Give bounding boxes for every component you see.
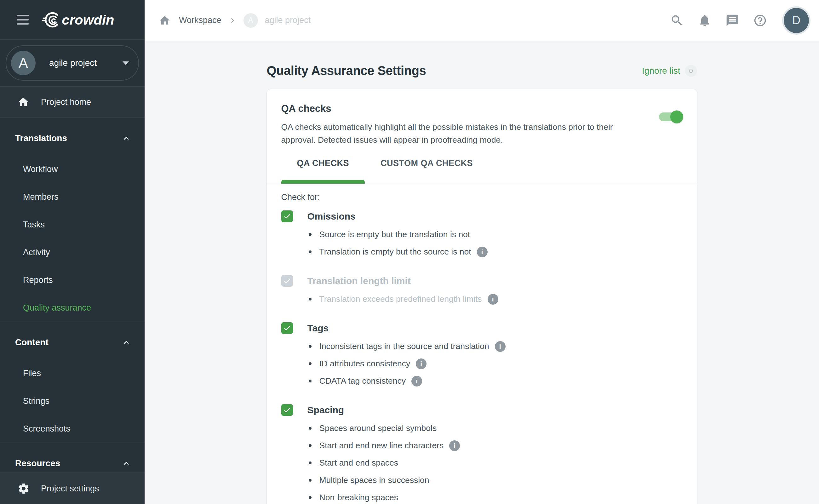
menu-icon[interactable] [17, 15, 29, 25]
info-icon[interactable]: i [488, 294, 498, 305]
gear-icon [17, 482, 30, 495]
tabs: QA CHECKSCUSTOM QA CHECKS [281, 152, 683, 184]
qa-checks-toggle[interactable] [659, 112, 683, 121]
breadcrumb-workspace[interactable]: Workspace [179, 15, 221, 25]
checkbox-spacing[interactable] [281, 404, 293, 416]
chevron-right-icon [228, 16, 237, 25]
notifications-icon[interactable] [697, 13, 712, 28]
info-icon[interactable]: i [416, 358, 427, 369]
qa-check-item: ID attributes consistencyi [319, 355, 683, 372]
qa-group-title: Translation length limit [307, 276, 411, 286]
qa-group-header: Spacing [281, 404, 683, 416]
ignore-list-link[interactable]: Ignore list [642, 66, 680, 76]
sidebar-item-screenshots[interactable]: Screenshots [0, 415, 145, 443]
breadcrumb-project[interactable]: A agile project [243, 13, 311, 28]
toggle-knob [670, 111, 683, 123]
divider [0, 117, 145, 118]
logo-text: crowdin [62, 12, 114, 27]
project-name: agile project [49, 58, 97, 68]
sidebar-item-activity[interactable]: Activity [0, 238, 145, 266]
sidebar-item-label: Tasks [23, 220, 45, 230]
sidebar-section-items: FilesStringsScreenshots [0, 351, 145, 443]
sidebar-item-label: Files [23, 369, 41, 378]
sidebar-item-project-home[interactable]: Project home [0, 87, 145, 117]
sidebar-item-tasks[interactable]: Tasks [0, 211, 145, 238]
sidebar-item-label: Workflow [23, 164, 58, 174]
sidebar-item-workflow[interactable]: Workflow [0, 155, 145, 183]
home-icon[interactable] [159, 14, 171, 26]
caret-down-icon [123, 61, 129, 65]
sidebar-item-members[interactable]: Members [0, 183, 145, 211]
qa-check-text: Start and end spaces [319, 458, 398, 468]
sidebar-item-label: Strings [23, 396, 49, 406]
checkbox-omissions[interactable] [281, 210, 293, 222]
breadcrumb: Workspace A agile project [159, 13, 311, 28]
project-selector[interactable]: A agile project [6, 45, 139, 81]
info-icon[interactable]: i [449, 440, 460, 451]
tab-qa-checks[interactable]: QA CHECKS [281, 152, 365, 184]
sidebar-section-resources[interactable]: Resources [0, 455, 145, 472]
user-avatar[interactable]: D [784, 8, 809, 33]
qa-group-bullets: Translation exceeds predefined length li… [281, 290, 683, 308]
qa-group-title: Omissions [307, 211, 356, 222]
topbar: Workspace A agile project D [145, 0, 819, 41]
chevron-up-icon [121, 337, 131, 347]
sidebar-section-translations[interactable]: Translations [0, 129, 145, 147]
topbar-actions: D [670, 8, 811, 33]
qa-check-item: Source is empty but the translation is n… [319, 226, 683, 243]
qa-check-item: CDATA tag consistencyi [319, 372, 683, 390]
qa-check-text: Multiple spaces in succession [319, 475, 429, 485]
qa-check-item: Spaces around special symbols [319, 420, 683, 437]
crowdin-logo[interactable]: crowdin [40, 12, 120, 28]
qa-group-title: Spacing [307, 405, 344, 415]
sidebar-item-strings[interactable]: Strings [0, 387, 145, 415]
qa-check-text: Non-breaking spaces [319, 493, 398, 502]
checkbox-tags[interactable] [281, 322, 293, 334]
search-icon[interactable] [670, 13, 684, 28]
sidebar-section-items: WorkflowMembersTasksActivityReportsQuali… [0, 147, 145, 322]
info-icon[interactable]: i [411, 376, 422, 387]
home-icon [17, 96, 29, 108]
sidebar-section-label: Translations [15, 133, 67, 143]
sidebar-item-quality-assurance[interactable]: Quality assurance [0, 294, 145, 322]
sidebar-section-content[interactable]: Content [0, 334, 145, 351]
qa-group-header: Omissions [281, 210, 683, 222]
sidebar-item-label: Members [23, 192, 59, 202]
qa-group-omissions: OmissionsSource is empty but the transla… [281, 210, 683, 261]
qa-check-text: Spaces around special symbols [319, 423, 437, 433]
sidebar-item-files[interactable]: Files [0, 359, 145, 387]
qa-group-bullets: Spaces around special symbolsStart and e… [281, 420, 683, 504]
tab-custom-qa-checks[interactable]: CUSTOM QA CHECKS [365, 152, 489, 184]
qa-settings-card: QA checks QA checks automatically highli… [267, 89, 697, 504]
sidebar-section-label: Resources [15, 458, 60, 468]
sidebar: crowdin A agile project Project homeTran… [0, 0, 145, 504]
main-content: Quality Assurance Settings Ignore list 0… [145, 41, 819, 504]
qa-check-item: Start and end spaces [319, 454, 683, 472]
sidebar-section-label: Content [15, 337, 49, 347]
qa-group-tags: TagsInconsistent tags in the source and … [281, 322, 683, 390]
sidebar-item-project-settings[interactable]: Project settings [17, 482, 99, 495]
breadcrumb-project-avatar: A [243, 13, 258, 28]
qa-check-text: CDATA tag consistency [319, 376, 406, 386]
qa-group-title: Tags [307, 323, 329, 334]
qa-check-item: Start and end new line charactersi [319, 437, 683, 454]
divider [0, 443, 145, 443]
help-icon[interactable] [753, 13, 767, 28]
sidebar-item-reports[interactable]: Reports [0, 266, 145, 294]
sidebar-item-label: Project settings [41, 484, 99, 494]
sidebar-header: crowdin [0, 0, 145, 39]
info-icon[interactable]: i [495, 341, 506, 352]
sidebar-item-label: Activity [23, 248, 50, 257]
checkbox-translation-length-limit[interactable] [281, 275, 293, 287]
qa-check-text: Source is empty but the translation is n… [319, 230, 470, 239]
qa-check-groups: OmissionsSource is empty but the transla… [281, 210, 683, 504]
qa-group-spacing: SpacingSpaces around special symbolsStar… [281, 404, 683, 504]
page-title: Quality Assurance Settings [267, 64, 426, 78]
card-title: QA checks [281, 103, 683, 114]
breadcrumb-project-name: agile project [265, 15, 311, 25]
messages-icon[interactable] [725, 13, 740, 28]
info-icon[interactable]: i [477, 247, 488, 257]
qa-check-item: Translation exceeds predefined length li… [319, 290, 683, 308]
qa-group-header: Translation length limit [281, 275, 683, 287]
qa-check-item: Inconsistent tags in the source and tran… [319, 338, 683, 355]
